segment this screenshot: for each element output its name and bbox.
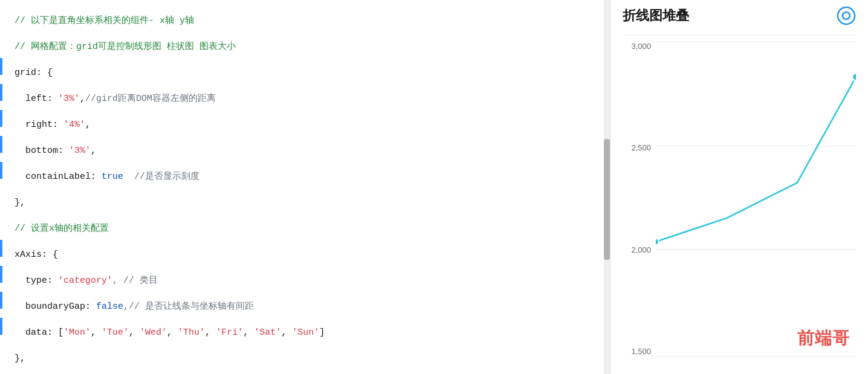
- y-axis: 3,0002,5002,0001,500: [623, 42, 656, 356]
- code-text: grid: {: [7, 65, 53, 82]
- code-text: boundaryGap: false,// 是否让线条与坐标轴有间距: [7, 298, 254, 315]
- token: bottom:: [15, 146, 69, 156]
- token: ,// 是否让线条与坐标轴有间距: [123, 301, 254, 312]
- line-indicator: [0, 292, 2, 309]
- code-line: yAxis: {: [0, 369, 610, 374]
- code-line: xAxis: {: [0, 239, 610, 265]
- code-line: data: ['Mon', 'Tue', 'Wed', 'Thu', 'Fri'…: [0, 317, 610, 343]
- token: 'Wed': [140, 327, 167, 338]
- token: //是否显示刻度: [123, 172, 199, 182]
- line-indicator: [0, 370, 2, 374]
- token: left:: [15, 94, 58, 104]
- token: 'category': [58, 276, 112, 286]
- token: '4%': [63, 120, 85, 130]
- token: '3%': [69, 146, 91, 156]
- chart-title: 折线图堆叠: [623, 7, 689, 25]
- token: ,: [281, 327, 292, 338]
- code-text: containLabel: true //是否显示刻度: [7, 169, 199, 185]
- line-indicator: [0, 58, 2, 75]
- code-line: // 网格配置：grid可是控制线形图 柱状图 图表大小: [0, 31, 610, 57]
- token: ,: [129, 327, 140, 338]
- code-line: },: [0, 187, 610, 213]
- svg-point-0: [838, 7, 855, 24]
- scrollbar[interactable]: [604, 0, 610, 374]
- code-line: right: '4%',: [0, 109, 610, 135]
- token: //gird距离DOM容器左侧的距离: [85, 94, 216, 104]
- line-indicator: [0, 84, 2, 101]
- token: '3%': [58, 94, 80, 104]
- token: ,: [85, 120, 91, 130]
- code-panel: // 以下是直角坐标系相关的组件- x轴 y轴// 网格配置：grid可是控制线…: [0, 0, 611, 374]
- token: },: [15, 353, 25, 364]
- token: 'Sat': [254, 327, 281, 338]
- line-indicator: [0, 188, 2, 205]
- token: ,: [167, 327, 178, 338]
- token: ,: [243, 327, 254, 338]
- token: ,: [205, 327, 216, 338]
- chart-panel: 折线图堆叠 3,0002,5002,0001,500 前端哥: [611, 0, 868, 374]
- code-line: type: 'category', // 类目: [0, 265, 610, 291]
- watermark: 前端哥: [797, 327, 850, 350]
- code-line: bottom: '3%',: [0, 135, 610, 161]
- y-axis-label: 2,000: [631, 245, 651, 254]
- token: 'Sun': [292, 327, 319, 338]
- token: right:: [15, 120, 63, 130]
- svg-point-1: [843, 12, 850, 19]
- line-indicator: [0, 318, 2, 335]
- token: ,: [91, 327, 102, 338]
- settings-icon[interactable]: [837, 6, 856, 25]
- code-line: boundaryGap: false,// 是否让线条与坐标轴有间距: [0, 291, 610, 317]
- line-indicator: [0, 32, 2, 49]
- line-indicator: [0, 6, 2, 23]
- svg-point-3: [852, 74, 856, 81]
- token: 'Mon': [63, 327, 91, 338]
- line-indicator: [0, 214, 2, 231]
- code-content: // 以下是直角坐标系相关的组件- x轴 y轴// 网格配置：grid可是控制线…: [0, 5, 610, 374]
- grid-line: [656, 356, 856, 356]
- token: 'Fri': [216, 327, 243, 338]
- token: // 网格配置：grid可是控制线形图 柱状图 图表大小: [15, 42, 236, 52]
- token: data: [: [15, 327, 63, 338]
- y-axis-label: 2,500: [631, 143, 651, 152]
- line-indicator: [0, 110, 2, 127]
- code-text: },: [7, 350, 25, 367]
- line-chart-svg: [656, 42, 856, 312]
- code-line: // 设置x轴的相关配置: [0, 213, 610, 239]
- token: },: [15, 198, 25, 208]
- code-line: containLabel: true //是否显示刻度: [0, 161, 610, 187]
- code-text: // 设置x轴的相关配置: [7, 221, 109, 237]
- line-indicator: [0, 162, 2, 179]
- token: grid: {: [15, 68, 53, 78]
- y-axis-label: 3,000: [631, 42, 651, 51]
- token: ,: [80, 94, 85, 104]
- line-indicator: [0, 266, 2, 283]
- token: // 以下是直角坐标系相关的组件- x轴 y轴: [15, 16, 194, 26]
- token: true: [102, 172, 123, 182]
- y-axis-label: 1,500: [631, 347, 651, 356]
- code-text: // 网格配置：grid可是控制线形图 柱状图 图表大小: [7, 39, 236, 56]
- token: containLabel:: [15, 172, 102, 182]
- chart-area: 3,0002,5002,0001,500 前端哥: [623, 42, 856, 374]
- code-line: left: '3%',//gird距离DOM容器左侧的距离: [0, 83, 610, 109]
- code-text: data: ['Mon', 'Tue', 'Wed', 'Thu', 'Fri'…: [7, 324, 325, 341]
- token: ,: [91, 146, 96, 156]
- token: , // 类目: [112, 276, 158, 286]
- token: 'Thu': [178, 327, 205, 338]
- line-indicator: [0, 136, 2, 153]
- code-text: xAxis: {: [7, 247, 58, 263]
- token: // 设置x轴的相关配置: [15, 224, 109, 234]
- code-line: },: [0, 343, 610, 369]
- code-line: // 以下是直角坐标系相关的组件- x轴 y轴: [0, 5, 610, 31]
- code-text: left: '3%',//gird距离DOM容器左侧的距离: [7, 91, 216, 108]
- scrollbar-thumb[interactable]: [604, 139, 610, 260]
- svg-point-2: [656, 239, 659, 245]
- code-line: grid: {: [0, 57, 610, 83]
- line-indicator: [0, 240, 2, 257]
- code-text: // 以下是直角坐标系相关的组件- x轴 y轴: [7, 13, 194, 30]
- line-indicator: [0, 344, 2, 361]
- chart-header: 折线图堆叠: [623, 0, 856, 36]
- token: xAxis: {: [15, 250, 58, 260]
- code-text: },: [7, 195, 25, 211]
- code-text: bottom: '3%',: [7, 143, 96, 160]
- token: ]: [319, 327, 325, 338]
